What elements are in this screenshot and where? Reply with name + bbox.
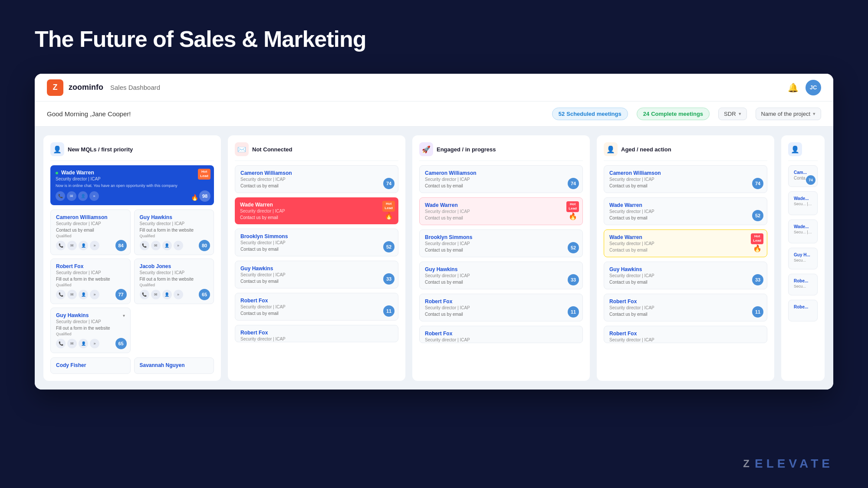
contact-name: Robert Fox: [425, 298, 577, 305]
score-badge: 65: [199, 289, 210, 300]
contact-card[interactable]: Guy Hawkins Security director | ICAP Fil…: [134, 210, 214, 255]
profile-icon[interactable]: 👤: [162, 290, 172, 299]
contact-card[interactable]: Jacob Jones Security director | ICAP Fil…: [134, 259, 214, 304]
sdr-chevron-icon: ▾: [739, 111, 741, 117]
contact-card[interactable]: Robert Fox Security director | ICAP Cont…: [235, 293, 398, 321]
qualified-label: Qualified: [140, 234, 209, 238]
contact-meta: Security director | ICAP: [140, 221, 209, 226]
contact-name: Robert Fox: [425, 331, 577, 337]
contact-name: Jacob Jones: [140, 263, 209, 269]
contact-card[interactable]: Cameron Williamson Security director | I…: [604, 165, 767, 193]
contact-meta: Security director | ICAP: [240, 272, 393, 277]
contact-card[interactable]: Cam... Conta... 74: [788, 165, 818, 187]
avatar[interactable]: JC: [806, 80, 821, 95]
sub-header: Good Morning ,Jane Cooper! 52 Scheduled …: [35, 102, 833, 127]
score-badge: 80: [199, 240, 210, 251]
contact-name: Wade Warren: [61, 170, 94, 176]
notification-bell-icon[interactable]: 🔔: [788, 82, 799, 93]
contact-card[interactable]: Robert Fox Security director | ICAP: [235, 325, 398, 342]
mail-icon[interactable]: ✉: [151, 241, 161, 250]
contact-card[interactable]: Wade... Secu... | ICAP: [788, 191, 818, 215]
contact-card[interactable]: Robe... Secu...: [788, 274, 818, 295]
contact-name: Wade Warren: [240, 202, 393, 208]
contact-meta: Security director | ICAP: [56, 270, 125, 275]
contact-status: Contact us by email: [425, 216, 577, 220]
contact-card[interactable]: Robert Fox Security director | ICAP: [419, 326, 583, 343]
logo-box: Z: [47, 79, 63, 96]
profile-icon[interactable]: 👤: [79, 241, 88, 250]
scheduled-meetings-badge[interactable]: 52 Scheduled meetings: [552, 108, 628, 120]
more-icon[interactable]: »: [90, 290, 99, 299]
contact-card[interactable]: Robert Fox Security director | ICAP Cont…: [419, 294, 583, 321]
greeting-text: Good Morning ,Jane Cooper!: [47, 110, 131, 118]
contact-card[interactable]: Cameron Williamson Security director | I…: [50, 210, 131, 255]
contact-card[interactable]: Brooklyn Simmons Security director | ICA…: [419, 229, 583, 257]
contact-status: Contact us by email: [240, 183, 393, 188]
contact-name: Cameron Williamson: [56, 214, 125, 220]
phone-icon[interactable]: 📞: [56, 290, 66, 299]
contact-card-wade-warren-featured[interactable]: HotLead Wade Warren Security director | …: [50, 165, 214, 205]
mail-icon[interactable]: ✉: [67, 191, 76, 201]
contact-card[interactable]: Guy Hawkins ▾ Security director | ICAP F…: [50, 308, 131, 353]
contact-card[interactable]: Robert Fox Security director | ICAP Cont…: [604, 294, 767, 321]
contact-status: Contact us by email: [609, 183, 762, 188]
profile-icon[interactable]: 👤: [78, 191, 88, 201]
contact-card[interactable]: Guy Hawkins Security director | ICAP Con…: [235, 261, 398, 288]
contact-card[interactable]: Cameron Williamson Security director | I…: [419, 165, 583, 193]
complete-meetings-badge[interactable]: 24 Complete meetings: [637, 108, 710, 120]
contact-name: Cameron Williamson: [609, 170, 762, 176]
more-icon[interactable]: »: [89, 191, 99, 201]
dashboard-header: Z zoominfo Sales Dashboard 🔔 JC: [35, 74, 833, 102]
profile-icon[interactable]: 👤: [79, 290, 88, 299]
profile-icon[interactable]: 👤: [162, 241, 172, 250]
contact-meta: Security director | ICAP: [425, 177, 577, 182]
contact-meta: Secu...: [794, 284, 812, 288]
mail-icon[interactable]: ✉: [67, 290, 77, 299]
column-new-mqls: 👤 New MQLs / first priority HotLead Wade…: [43, 135, 221, 381]
col-icon-engaged: 🚀: [419, 142, 433, 156]
contact-card[interactable]: Cody Fisher: [50, 357, 131, 374]
score-badge: 33: [568, 274, 579, 285]
contact-card[interactable]: Guy Hawkins Security director | ICAP Con…: [604, 262, 767, 289]
mail-icon[interactable]: ✉: [67, 241, 77, 250]
expand-icon[interactable]: ▾: [123, 313, 125, 318]
contact-meta: Secu... | ICAP: [794, 202, 812, 206]
more-icon[interactable]: »: [174, 290, 183, 299]
phone-icon[interactable]: 📞: [140, 290, 149, 299]
more-icon[interactable]: »: [90, 241, 99, 250]
contact-meta: Secu... | ICAP: [794, 230, 812, 234]
phone-icon[interactable]: 📞: [56, 339, 66, 348]
contact-status: Contact us by email: [609, 216, 762, 220]
fire-icon: 🔥: [569, 212, 577, 220]
sdr-dropdown[interactable]: SDR ▾: [718, 108, 746, 120]
contact-card[interactable]: Robert Fox Security director | ICAP Fill…: [50, 259, 131, 304]
contact-card[interactable]: Wade Warren Security director | ICAP Con…: [604, 197, 767, 225]
project-dropdown[interactable]: Name of the project ▾: [756, 108, 821, 120]
contact-meta: Security director | ICAP: [240, 209, 393, 213]
contact-card[interactable]: Savannah Nguyen: [134, 357, 214, 374]
contact-card[interactable]: Guy H... Secu...: [788, 248, 818, 269]
contact-status: Contact us by email: [240, 279, 393, 284]
dashboard-container: Z zoominfo Sales Dashboard 🔔 JC Good Mor…: [35, 74, 833, 390]
more-icon[interactable]: »: [174, 241, 183, 250]
phone-icon[interactable]: 📞: [56, 191, 65, 201]
contact-card[interactable]: Robe...: [788, 300, 818, 321]
score-badge: 74: [752, 178, 763, 189]
mail-icon[interactable]: ✉: [67, 339, 77, 348]
contact-card-hot-yellow[interactable]: HotLead Wade Warren Security director | …: [604, 229, 767, 257]
contact-card[interactable]: Guy Hawkins Security director | ICAP Con…: [419, 262, 583, 289]
more-icon[interactable]: »: [90, 339, 99, 348]
contact-card[interactable]: Brooklyn Simmons Security director | ICA…: [235, 229, 398, 256]
kanban-board: 👤 New MQLs / first priority HotLead Wade…: [35, 127, 833, 390]
contact-card[interactable]: Robert Fox Security director | ICAP: [604, 326, 767, 343]
contact-card-hot-red[interactable]: HotLead Wade Warren Security director | …: [235, 197, 398, 224]
col-icon-fifth: 👤: [788, 142, 802, 156]
mail-icon[interactable]: ✉: [151, 290, 161, 299]
phone-icon[interactable]: 📞: [140, 241, 149, 250]
contact-card-hot-pink[interactable]: HotLead Wade Warren Security director | …: [419, 197, 583, 225]
contact-card[interactable]: Cameron Williamson Security director | I…: [235, 165, 398, 193]
phone-icon[interactable]: 📞: [56, 241, 66, 250]
qualified-label: Qualified: [56, 283, 125, 287]
profile-icon[interactable]: 👤: [79, 339, 88, 348]
contact-card[interactable]: Wade... Secu... | ICAP: [788, 219, 818, 243]
